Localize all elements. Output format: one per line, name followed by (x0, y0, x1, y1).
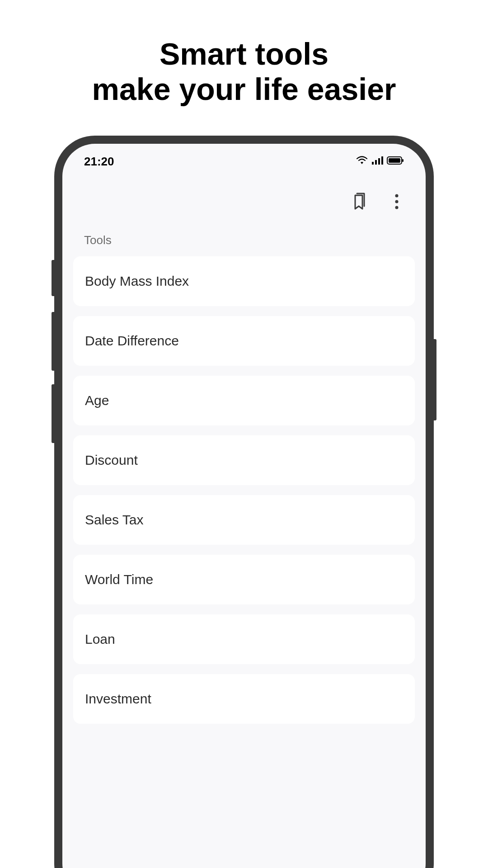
svg-point-8 (395, 200, 399, 203)
phone-frame: 21:20 (54, 136, 434, 868)
app-bar (62, 171, 426, 222)
tool-item-date-difference[interactable]: Date Difference (73, 316, 415, 366)
marketing-headline: Smart tools make your life easier (0, 36, 488, 107)
tool-item-label: Investment (85, 691, 151, 706)
signal-icon (371, 156, 383, 167)
tool-item-label: World Time (85, 572, 153, 587)
bookmarks-button[interactable] (350, 193, 368, 212)
tool-item-age[interactable]: Age (73, 376, 415, 425)
svg-rect-5 (389, 158, 400, 163)
tool-item-label: Age (85, 393, 109, 408)
tool-item-investment[interactable]: Investment (73, 674, 415, 724)
tool-item-label: Discount (85, 453, 138, 467)
tool-list: Body Mass Index Date Difference Age Disc… (62, 256, 426, 724)
tool-item-loan[interactable]: Loan (73, 614, 415, 664)
svg-rect-6 (402, 159, 404, 162)
tool-item-label: Date Difference (85, 333, 179, 348)
status-icons (356, 156, 404, 167)
svg-rect-3 (381, 156, 383, 165)
status-bar: 21:20 (62, 144, 426, 171)
battery-icon (387, 156, 404, 167)
svg-point-9 (395, 206, 399, 209)
more-vertical-icon (395, 194, 399, 211)
headline-line2: make your life easier (0, 71, 488, 107)
headline-line1: Smart tools (0, 36, 488, 71)
tool-item-world-time[interactable]: World Time (73, 555, 415, 604)
tool-item-label: Loan (85, 632, 115, 646)
svg-rect-2 (378, 158, 380, 165)
svg-rect-1 (375, 160, 377, 165)
tool-item-label: Sales Tax (85, 512, 144, 527)
svg-rect-0 (372, 162, 374, 165)
bookmarks-icon (351, 193, 367, 212)
tool-item-discount[interactable]: Discount (73, 435, 415, 485)
tool-item-label: Body Mass Index (85, 274, 189, 288)
svg-point-7 (395, 194, 399, 198)
wifi-icon (356, 156, 368, 167)
status-time: 21:20 (84, 155, 114, 169)
tool-item-sales-tax[interactable]: Sales Tax (73, 495, 415, 545)
tool-item-bmi[interactable]: Body Mass Index (73, 256, 415, 306)
more-options-button[interactable] (388, 193, 406, 212)
section-header-tools: Tools (62, 222, 426, 256)
phone-power-button (434, 339, 436, 420)
phone-screen: 21:20 (62, 144, 426, 868)
phone-volume-button (52, 384, 54, 443)
